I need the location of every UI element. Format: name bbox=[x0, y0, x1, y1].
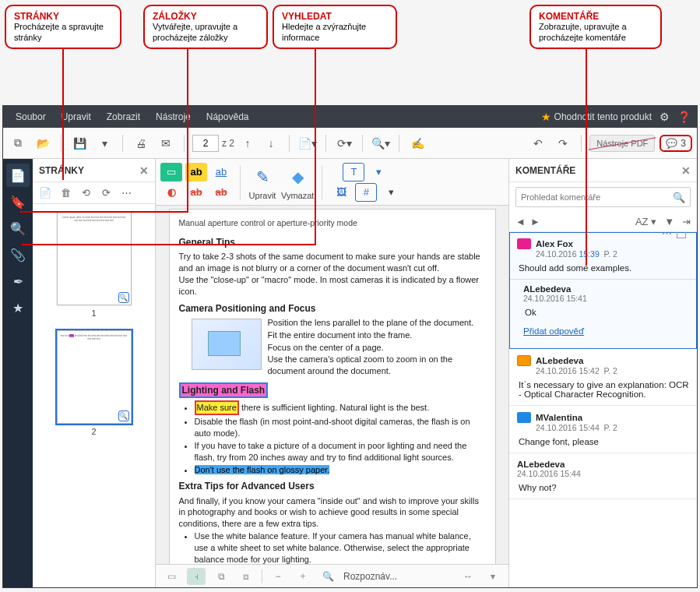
menu-view[interactable]: Zobrazit bbox=[100, 108, 146, 125]
open-icon[interactable]: 📂 bbox=[33, 133, 53, 153]
redo-icon[interactable]: ↷ bbox=[553, 133, 573, 153]
ocr-page-icon[interactable]: 🔍▾ bbox=[371, 133, 391, 153]
comment-item[interactable]: Alex Fox ⋯ 24.10.2016 15:39 P. 2 Should … bbox=[509, 232, 697, 349]
comment-resolve-checkbox[interactable] bbox=[677, 232, 686, 238]
strike-yellow-icon[interactable]: ab bbox=[185, 183, 207, 202]
comment-date: 24.10.2016 bbox=[536, 366, 577, 375]
app-window: Soubor Upravit Zobrazit Nástroje Nápověd… bbox=[2, 105, 698, 588]
pages-panel-close-icon[interactable]: ✕ bbox=[139, 164, 149, 177]
insert-mark-icon[interactable]: ◐ bbox=[160, 183, 182, 202]
comment-item[interactable]: MValentina 24.10.2016 15:44 P. 2 Change … bbox=[509, 406, 697, 453]
main-toolbar: ⧉ 📂 💾 ▾ 🖨 ✉ z 2 ↑ ↓ 📄▾ ⟳▾ 🔍▾ ✍ ↶ ↷ Nástr… bbox=[3, 128, 697, 159]
pages-delete-icon[interactable]: 🗑 bbox=[58, 185, 73, 201]
comments-search-input[interactable] bbox=[521, 192, 673, 202]
eraser-icon[interactable]: ◆ bbox=[283, 164, 311, 189]
rail-pages-icon[interactable]: 📄 bbox=[6, 164, 30, 187]
zoom-out-icon[interactable]: − bbox=[269, 568, 287, 585]
page-thumb-image: text text hl hl text text text text text… bbox=[57, 330, 132, 424]
edit-toolbar: ▭ ab ab ◐ ab ab ✎ Upravit ◆ bbox=[156, 159, 508, 206]
pages-panel-header: STRÁNKY ✕ bbox=[33, 159, 155, 182]
doc-heading: General Tips bbox=[179, 236, 486, 248]
help-icon[interactable]: ❓ bbox=[677, 111, 691, 123]
comment-date: 24.10.2016 bbox=[517, 469, 558, 478]
link-tool-icon[interactable]: # bbox=[355, 183, 377, 202]
more-tools-icon[interactable]: ▾ bbox=[380, 183, 402, 202]
options-dropdown-icon[interactable]: ▾ bbox=[484, 568, 502, 585]
filter-icon[interactable]: ▼ bbox=[664, 216, 674, 227]
undo-icon[interactable]: ↶ bbox=[528, 133, 548, 153]
page-thumb[interactable]: Lorem ipsum dolor sit amet text text tex… bbox=[57, 212, 132, 318]
sign-icon[interactable]: ✍ bbox=[407, 133, 427, 153]
pages-rotate-left-icon[interactable]: ⟲ bbox=[78, 185, 93, 201]
view-two-icon[interactable]: ⧉ bbox=[212, 568, 230, 585]
print-icon[interactable]: 🖨 bbox=[131, 133, 151, 153]
pdf-tools-button[interactable]: Nástroje PDF bbox=[589, 135, 655, 152]
stamp-tool-icon[interactable]: ▾ bbox=[368, 163, 389, 181]
save-icon[interactable]: 💾 bbox=[69, 133, 90, 153]
rail-signatures-icon[interactable]: ✒ bbox=[6, 270, 30, 293]
note-tool-icon[interactable]: ▭ bbox=[160, 163, 182, 181]
comment-item[interactable]: ALebedeva 24.10.2016 15:42 P. 2 It`s nec… bbox=[509, 349, 697, 406]
next-comment-icon[interactable]: ► bbox=[530, 216, 540, 227]
view-single-icon[interactable]: ▭ bbox=[162, 568, 181, 585]
sort-label: AZ bbox=[635, 216, 649, 227]
zoom-fit-icon[interactable]: 🔍 bbox=[318, 568, 337, 585]
rail-bookmarks-icon[interactable]: 🔖 bbox=[6, 190, 30, 213]
view-two-cont-icon[interactable]: ⧈ bbox=[237, 568, 255, 585]
add-reply-link[interactable]: Přidat odpověď bbox=[509, 323, 697, 342]
rail-favorites-icon[interactable]: ★ bbox=[6, 296, 30, 319]
highlight-tool-icon[interactable]: ab bbox=[185, 163, 207, 181]
doc-heading: Lighting and Flash bbox=[179, 382, 486, 398]
star-icon: ★ bbox=[541, 111, 551, 123]
comment-actions: ⋯ bbox=[662, 232, 686, 239]
page-thumb[interactable]: text text hl hl text text text text text… bbox=[57, 330, 132, 436]
comment-page: P. 2 bbox=[604, 423, 617, 432]
strikeout-tool-icon[interactable]: ab bbox=[210, 183, 232, 202]
doc-highlight: Make sure bbox=[195, 400, 239, 415]
comment-item[interactable]: ALebedeva 24.10.2016 15:44 Why not? bbox=[509, 453, 697, 499]
pages-add-icon[interactable]: 📄 bbox=[37, 185, 53, 201]
image-tool-icon[interactable]: 🖼 bbox=[330, 183, 352, 202]
erase-label: Vymazat bbox=[281, 191, 314, 200]
collapse-icon[interactable]: ⇥ bbox=[682, 216, 691, 227]
comments-toggle-button[interactable]: 💬 3 bbox=[660, 135, 692, 152]
fit-width-icon[interactable]: ↔ bbox=[459, 568, 477, 585]
view-continuous-icon[interactable]: ⫞ bbox=[187, 568, 206, 585]
rail-attachments-icon[interactable]: 📎 bbox=[6, 243, 30, 266]
comment-menu-icon[interactable]: ⋯ bbox=[662, 232, 672, 239]
rate-product-link[interactable]: ★ Ohodnotit tento produkt bbox=[541, 111, 652, 123]
doc-text: there is sufficient lighting. Natural li… bbox=[239, 403, 429, 412]
page-up-icon[interactable]: ↑ bbox=[237, 133, 258, 153]
comments-panel-close-icon[interactable]: ✕ bbox=[681, 164, 691, 177]
comment-time: 15:39 bbox=[579, 249, 599, 259]
comment-meta: 24.10.2016 15:44 P. 2 bbox=[536, 423, 689, 432]
edit-text-icon[interactable]: ✎ bbox=[248, 164, 276, 189]
recognize-label[interactable]: Rozpoznáv... bbox=[343, 571, 397, 582]
rotate-icon[interactable]: ⟳▾ bbox=[334, 133, 354, 153]
search-icon[interactable]: 🔍 bbox=[673, 192, 685, 203]
sort-button[interactable]: AZ ▾ bbox=[635, 216, 656, 227]
textbox-tool-icon[interactable]: T bbox=[343, 163, 364, 181]
page-number-input[interactable] bbox=[192, 135, 219, 152]
menu-file[interactable]: Soubor bbox=[9, 108, 52, 125]
doc-text: And finally, if you know your camera "in… bbox=[179, 495, 486, 530]
zoom-in-icon[interactable]: ＋ bbox=[294, 568, 312, 585]
menu-help[interactable]: Nápověda bbox=[200, 108, 255, 125]
rail-search-icon[interactable]: 🔍 bbox=[6, 217, 30, 240]
new-doc-icon[interactable]: ⧉ bbox=[8, 133, 28, 153]
menu-edit[interactable]: Upravit bbox=[55, 108, 97, 125]
mail-icon[interactable]: ✉ bbox=[156, 133, 176, 153]
comments-search-box[interactable]: 🔍 bbox=[515, 187, 691, 207]
prev-comment-icon[interactable]: ◄ bbox=[515, 216, 526, 227]
pages-more-icon[interactable]: ⋯ bbox=[118, 185, 134, 201]
comment-list[interactable]: Alex Fox ⋯ 24.10.2016 15:39 P. 2 Should … bbox=[509, 232, 697, 587]
document-viewport[interactable]: Manual aperture control or aperture-prio… bbox=[156, 206, 508, 564]
underline-tool-icon[interactable]: ab bbox=[210, 163, 232, 181]
settings-icon[interactable]: ⚙ bbox=[660, 111, 670, 123]
page-thumbnails: Lorem ipsum dolor sit amet text text tex… bbox=[33, 204, 155, 587]
save-dropdown-icon[interactable]: ▾ bbox=[94, 133, 114, 153]
menubar: Soubor Upravit Zobrazit Nástroje Nápověd… bbox=[3, 106, 697, 128]
page-down-icon[interactable]: ↓ bbox=[261, 133, 281, 153]
pages-rotate-right-icon[interactable]: ⟳ bbox=[98, 185, 114, 201]
menu-tools[interactable]: Nástroje bbox=[149, 108, 197, 125]
